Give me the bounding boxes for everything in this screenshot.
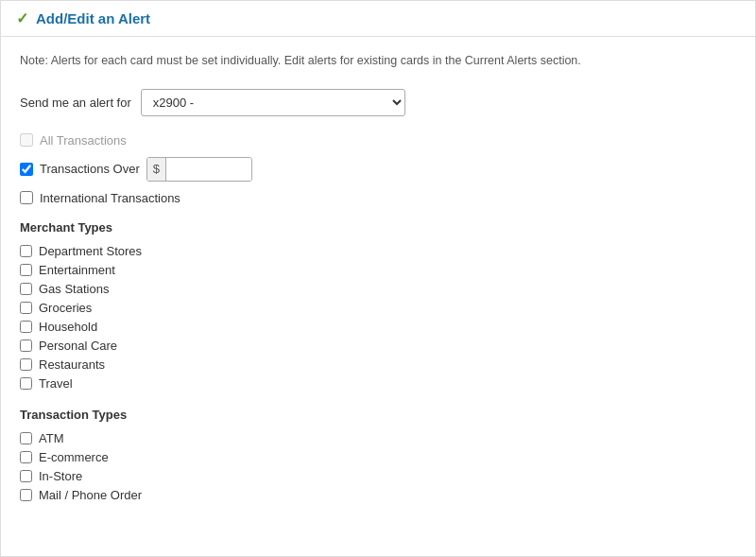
send-alert-row: Send me an alert for x2900 - [20,89,736,116]
department-stores-label: Department Stores [39,244,142,258]
list-item: In-Store [20,469,736,483]
transactions-over-label: Transactions Over [40,162,140,176]
gas-stations-checkbox[interactable] [20,283,32,295]
page-title: Add/Edit an Alert [36,10,150,26]
international-transactions-row: International Transactions [20,191,736,205]
list-item: Restaurants [20,357,736,372]
mail-phone-order-label: Mail / Phone Order [39,488,142,502]
dollar-amount-input[interactable] [166,157,251,182]
restaurants-label: Restaurants [39,357,105,372]
all-transactions-row: All Transactions [20,133,736,148]
travel-checkbox[interactable] [20,377,32,390]
ecommerce-label: E-commerce [39,450,109,464]
travel-label: Travel [39,376,73,391]
list-item: ATM [20,431,736,445]
transaction-types-section: Transaction Types ATM E-commerce In-Stor… [20,408,736,502]
household-checkbox[interactable] [20,321,32,333]
list-item: Personal Care [20,339,736,353]
list-item: Household [20,320,736,334]
list-item: Groceries [20,301,736,315]
department-stores-checkbox[interactable] [20,245,32,257]
groceries-label: Groceries [39,301,92,315]
merchant-types-title: Merchant Types [20,220,736,235]
transactions-over-checkbox[interactable] [20,163,33,176]
entertainment-label: Entertainment [39,263,115,277]
chevron-icon: ✓ [16,11,28,26]
entertainment-checkbox[interactable] [20,264,32,276]
in-store-label: In-Store [39,469,82,483]
transaction-types-list: ATM E-commerce In-Store Mail / Phone Ord… [20,431,736,502]
card-select[interactable]: x2900 - [141,89,405,116]
main-container: ✓ Add/Edit an Alert Note: Alerts for eac… [0,0,756,557]
all-transactions-label: All Transactions [40,133,127,148]
list-item: Entertainment [20,263,736,277]
restaurants-checkbox[interactable] [20,358,32,371]
list-item: E-commerce [20,450,736,464]
merchant-types-list: Department Stores Entertainment Gas Stat… [20,244,736,391]
personal-care-label: Personal Care [39,339,117,353]
in-store-checkbox[interactable] [20,470,32,482]
send-alert-label: Send me an alert for [20,96,131,110]
atm-checkbox[interactable] [20,432,32,444]
international-transactions-label: International Transactions [40,191,180,205]
dollar-input-wrapper: $ [146,157,252,182]
transactions-over-row: Transactions Over $ [20,157,736,182]
mail-phone-order-checkbox[interactable] [20,489,32,501]
atm-label: ATM [39,431,63,445]
content-area: Note: Alerts for each card must be set i… [1,37,755,534]
list-item: Travel [20,376,736,391]
ecommerce-checkbox[interactable] [20,451,32,463]
list-item: Gas Stations [20,282,736,296]
transaction-types-title: Transaction Types [20,408,736,422]
all-transactions-checkbox[interactable] [20,133,33,147]
note-text: Note: Alerts for each card must be set i… [20,52,736,70]
gas-stations-label: Gas Stations [39,282,109,296]
international-transactions-checkbox[interactable] [20,191,33,204]
list-item: Department Stores [20,244,736,258]
dollar-sign-icon: $ [147,157,166,182]
household-label: Household [39,320,97,334]
personal-care-checkbox[interactable] [20,339,32,352]
list-item: Mail / Phone Order [20,488,736,502]
merchant-types-section: Merchant Types Department Stores Enterta… [20,220,736,391]
header: ✓ Add/Edit an Alert [1,1,755,37]
groceries-checkbox[interactable] [20,302,32,314]
